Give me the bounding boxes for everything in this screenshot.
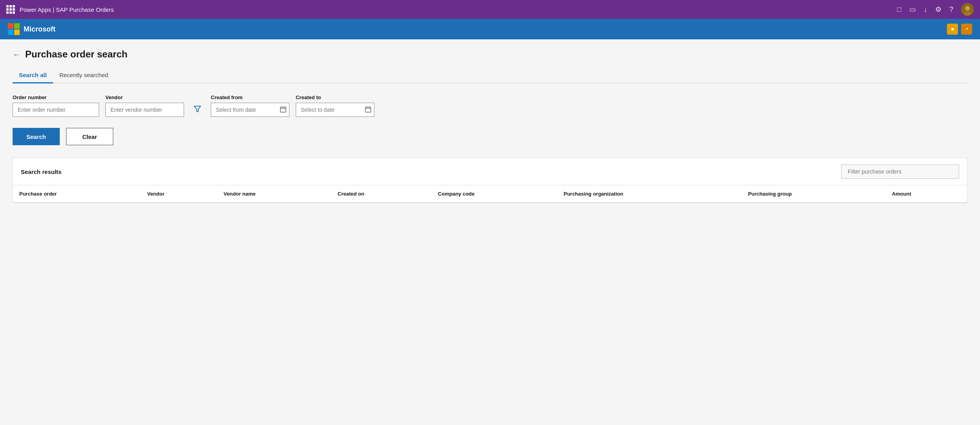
top-bar-right: □ ▭ ↓ ⚙ ? — [897, 3, 974, 16]
order-number-input[interactable] — [13, 103, 99, 117]
created-from-label: Created from — [211, 94, 289, 100]
waffle-menu-icon[interactable] — [6, 5, 15, 14]
settings-icon[interactable]: ⚙ — [935, 5, 941, 14]
filter-icon[interactable] — [190, 102, 204, 116]
table-header-row: Purchase order Vendor Vendor name Create… — [13, 185, 967, 203]
help-icon[interactable]: ? — [949, 6, 953, 14]
created-from-group: Created from — [211, 94, 289, 117]
ms-logo-green — [14, 23, 20, 29]
col-vendor-name: Vendor name — [217, 185, 331, 203]
col-company-code: Company code — [432, 185, 558, 203]
filter-orders-input[interactable] — [841, 164, 959, 179]
col-vendor: Vendor — [141, 185, 217, 203]
ms-right-icon-2[interactable]: ↗ — [961, 24, 972, 35]
order-number-group: Order number — [13, 94, 99, 117]
back-button[interactable]: ← — [13, 50, 20, 59]
app-title: Power Apps | SAP Purchase Orders — [20, 6, 114, 13]
vendor-group: Vendor — [105, 94, 184, 117]
created-to-input[interactable] — [296, 103, 374, 117]
monitor-icon[interactable]: ▭ — [909, 5, 916, 14]
top-bar-left: Power Apps | SAP Purchase Orders — [6, 5, 114, 14]
created-from-input[interactable] — [211, 103, 289, 117]
order-number-label: Order number — [13, 94, 99, 100]
results-table: Purchase order Vendor Vendor name Create… — [13, 185, 967, 203]
vendor-label: Vendor — [105, 94, 184, 100]
filter-input-wrapper — [841, 164, 959, 179]
created-from-wrapper — [211, 103, 289, 117]
created-to-label: Created to — [296, 94, 374, 100]
results-header: Search results — [13, 158, 967, 185]
page-title: Purchase order search — [25, 49, 127, 60]
top-navigation-bar: Power Apps | SAP Purchase Orders □ ▭ ↓ ⚙… — [0, 0, 980, 19]
ms-logo-yellow — [14, 30, 20, 35]
col-purchasing-org: Purchasing organization — [557, 185, 742, 203]
main-content: ← Purchase order search Search all Recen… — [0, 39, 980, 425]
created-to-wrapper — [296, 103, 374, 117]
microsoft-header-bar: Microsoft ■ ↗ — [0, 19, 980, 39]
col-amount: Amount — [886, 185, 967, 203]
svg-point-1 — [965, 6, 970, 11]
ms-logo-blue — [8, 30, 13, 35]
col-purchase-order: Purchase order — [13, 185, 141, 203]
created-to-group: Created to — [296, 94, 374, 117]
ms-bar-right: ■ ↗ — [947, 24, 972, 35]
col-created-on: Created on — [332, 185, 432, 203]
results-section: Search results Purchase order Vendor Ven… — [13, 158, 967, 203]
search-form: Order number Vendor Created from — [13, 94, 967, 117]
table-header: Purchase order Vendor Vendor name Create… — [13, 185, 967, 203]
ms-right-icon-1[interactable]: ■ — [947, 24, 958, 35]
search-button[interactable]: Search — [13, 128, 60, 145]
clear-button[interactable]: Clear — [66, 128, 113, 145]
tabs-container: Search all Recently searched — [13, 68, 967, 83]
present-icon[interactable]: □ — [897, 6, 901, 14]
ms-logo-grid — [8, 23, 20, 35]
tab-search-all[interactable]: Search all — [13, 68, 53, 83]
col-purchasing-group: Purchasing group — [742, 185, 886, 203]
page-header: ← Purchase order search — [13, 49, 967, 60]
button-row: Search Clear — [13, 128, 967, 145]
vendor-input[interactable] — [105, 103, 184, 117]
tab-recently-searched[interactable]: Recently searched — [53, 68, 114, 83]
ms-logo-red — [8, 23, 13, 29]
microsoft-logo[interactable]: Microsoft — [8, 23, 55, 35]
microsoft-text: Microsoft — [24, 25, 55, 33]
results-title: Search results — [21, 168, 61, 175]
download-icon[interactable]: ↓ — [924, 6, 927, 14]
user-avatar[interactable] — [961, 3, 974, 16]
